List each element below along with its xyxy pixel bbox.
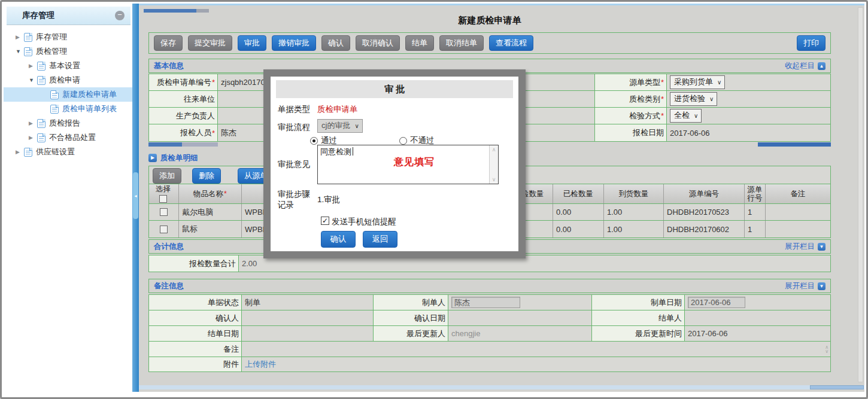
field-label: 报检数量合计	[189, 258, 236, 269]
sms-checkbox[interactable]: ✓	[321, 217, 329, 225]
upload-attachment-link[interactable]: 上传附件	[245, 359, 276, 370]
last-update-time-value: 2017-06-06	[685, 326, 830, 341]
collapse-section-link[interactable]: 收起栏目▲	[785, 61, 825, 71]
remark-cell	[766, 204, 830, 220]
textarea-scrollbar[interactable]: ∧∨	[489, 145, 498, 184]
item-name-cell: 戴尔电脑	[179, 204, 242, 220]
sidebar-item-inventory-mgmt[interactable]: ▶库存管理	[4, 30, 132, 44]
collapse-up-icon[interactable]: ▲	[818, 62, 825, 70]
column-header: 选择	[156, 185, 171, 193]
collapse-sidebar-handle[interactable]: ◂	[133, 172, 138, 219]
scrollbar-thumb[interactable]	[758, 142, 831, 147]
checked-qty-cell: 0.00	[553, 204, 604, 220]
chevron-down-icon[interactable]: ▼	[29, 77, 37, 83]
submit-approval-button[interactable]: 提交审批	[188, 35, 232, 51]
document-icon	[37, 119, 45, 128]
source-no-cell: DHDBH20170523	[664, 204, 745, 220]
collapse-panel-icon[interactable]: −	[115, 11, 125, 20]
approval-flow-select[interactable]: cj的审批∨	[317, 119, 363, 133]
opinion-textarea[interactable]: 同意检测 意见填写 ∧∨	[317, 145, 499, 184]
arrived-qty-cell: 1.00	[604, 221, 664, 237]
row-checkbox[interactable]	[160, 208, 168, 216]
checked-qty-cell: 0.00	[553, 221, 604, 237]
chevron-right-icon[interactable]: ▶	[29, 120, 37, 126]
scrollbar-thumb[interactable]	[144, 9, 196, 13]
scrollbar-thumb[interactable]	[810, 385, 864, 389]
chevron-right-icon[interactable]: ▶	[16, 149, 24, 155]
document-icon	[50, 105, 59, 114]
revoke-approval-button[interactable]: 撤销审批	[272, 35, 316, 51]
sidebar-item-qc-apply[interactable]: ▼质检申请	[4, 73, 132, 87]
document-icon	[37, 62, 45, 71]
chevron-right-icon[interactable]: ▶	[16, 34, 24, 40]
view-flow-button[interactable]: 查看流程	[489, 35, 533, 51]
closer-value	[685, 310, 830, 325]
add-row-button[interactable]: 添加	[153, 168, 181, 184]
sidebar-item-defective-handling[interactable]: ▶不合格品处置	[4, 130, 132, 145]
dialog-confirm-button[interactable]: 确认	[321, 231, 356, 248]
confirm-button[interactable]: 确认	[321, 35, 350, 51]
field-label: 备注	[223, 344, 239, 355]
qc-category-select[interactable]: 进货检验∨	[670, 92, 717, 106]
field-label: 最后更新人	[406, 328, 445, 339]
cancel-close-order-button[interactable]: 取消结单	[439, 35, 484, 51]
chevron-right-icon[interactable]: ▶	[29, 63, 37, 69]
sidebar-item-supply-chain-settings[interactable]: ▶供应链设置	[4, 145, 132, 159]
source-no-cell: DHDBH20170602	[664, 221, 745, 237]
scrollbar-track	[196, 9, 209, 13]
opinion-hint-annotation: 意见填写	[394, 156, 435, 169]
sidebar-item-qc-apply-list[interactable]: 质检申请单列表	[4, 102, 132, 116]
approve-button[interactable]: 审批	[238, 35, 266, 51]
row-checkbox[interactable]	[160, 226, 168, 233]
delete-row-button[interactable]: 删除	[192, 168, 221, 184]
nav-tree: ▶库存管理 ▼质检管理 ▶基本设置 ▼质检申请 新建质检申请单 质检申请单列表 …	[4, 30, 132, 159]
chevron-down-icon: ∨	[717, 79, 721, 86]
remark-table: 单据状态 制单 制单人 陈杰 制单日期 2017-06-06 确认人 确认日期 …	[148, 294, 831, 372]
dialog-title: 审 批	[276, 80, 513, 98]
bottom-horizontal-scrollbar[interactable]	[139, 385, 864, 389]
vertical-scrollbar-track[interactable]	[858, 7, 863, 382]
column-header: 源单编号	[689, 190, 719, 198]
scrollbar-thumb[interactable]	[148, 142, 182, 147]
document-icon	[24, 47, 32, 56]
close-order-button[interactable]: 结单	[405, 35, 434, 51]
column-header: 源单行号	[746, 185, 764, 203]
field-label: 往来单位	[184, 94, 215, 105]
chevron-down-icon[interactable]: ▼	[16, 48, 24, 54]
chevron-down-icon: ∨	[354, 123, 359, 129]
remark-textarea[interactable]: ∧∨	[242, 342, 830, 357]
expand-section-link[interactable]: 展开栏目▼	[785, 242, 825, 252]
sidebar-item-basic-settings[interactable]: ▶基本设置	[4, 59, 132, 73]
inspect-method-select[interactable]: 全检∨	[670, 109, 702, 123]
steps-label: 审批步骤记录	[278, 189, 316, 210]
expand-down-icon[interactable]: ▼	[818, 282, 825, 290]
select-all-checkbox[interactable]	[159, 195, 167, 203]
document-icon	[50, 90, 59, 99]
sidebar-divider: ◂	[132, 4, 139, 392]
confirm-date-value	[448, 310, 592, 325]
chevron-right-icon[interactable]: ▶	[29, 135, 37, 141]
section-title: 备注信息	[154, 281, 184, 291]
approval-dialog-body: 审 批 单据类型 质检申请单 审批流程 cj的审批∨ 通过 不通过 审批意见 同…	[271, 77, 518, 251]
field-label: 结单人	[658, 313, 682, 324]
sidebar-item-qc-report[interactable]: ▶质检报告	[4, 116, 132, 130]
opinion-label: 审批意见	[278, 159, 310, 170]
sidebar-item-new-qc-apply[interactable]: 新建质检申请单	[4, 87, 132, 102]
expand-down-icon[interactable]: ▼	[818, 243, 825, 251]
top-horizontal-scrollbar[interactable]	[144, 9, 209, 13]
field-label: 质检类别	[629, 94, 660, 105]
field-label: 报检日期	[633, 127, 664, 138]
document-icon	[37, 133, 45, 142]
save-button[interactable]: 保存	[154, 35, 183, 51]
source-type-select[interactable]: 采购到货单∨	[670, 75, 725, 89]
dialog-back-button[interactable]: 返回	[363, 231, 397, 248]
field-label: 检验方式	[629, 111, 660, 121]
scroll-up-icon: ∧	[492, 147, 496, 153]
close-date-value	[242, 326, 374, 341]
cancel-confirm-button[interactable]: 取消确认	[356, 35, 400, 51]
expand-section-link[interactable]: 展开栏目▼	[785, 281, 825, 291]
sidebar-item-qc-mgmt[interactable]: ▼质检管理	[4, 44, 132, 59]
print-button[interactable]: 打印	[797, 35, 825, 51]
source-line-cell: 1	[745, 204, 766, 220]
section-title: 质检单明细	[160, 153, 198, 163]
